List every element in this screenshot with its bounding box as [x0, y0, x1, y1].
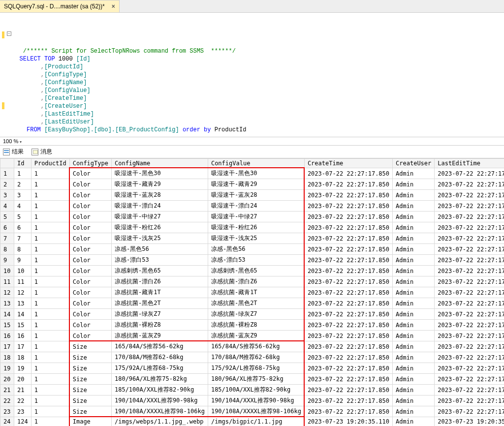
cell-lastedittime[interactable]: 2023-07-22 22:27:17.850: [435, 309, 504, 320]
cell-configvalue[interactable]: 吸湿速干-漂白24: [208, 201, 304, 212]
cell-createtime[interactable]: 2023-07-22 22:27:17.850: [304, 331, 392, 341]
row-number[interactable]: 19: [0, 363, 14, 374]
cell-lastedittime[interactable]: 2023-07-22 22:27:17.850: [435, 255, 504, 266]
table-row[interactable]: 12121Color凉感抗菌-藏青1T凉感抗菌-藏青1T2023-07-22 2…: [0, 287, 504, 298]
cell-createuser[interactable]: Admin: [393, 320, 435, 331]
table-row[interactable]: 10101Color凉感刺绣-黑色65凉感刺绣-黑色652023-07-22 2…: [0, 266, 504, 276]
cell-createtime[interactable]: 2023-07-22 22:27:17.850: [304, 266, 392, 276]
cell-configtype[interactable]: Size: [69, 385, 111, 396]
collapse-icon[interactable]: −: [7, 31, 11, 36]
cell-createuser[interactable]: Admin: [393, 168, 435, 179]
cell-id[interactable]: 3: [14, 190, 32, 201]
cell-configtype[interactable]: Color: [69, 287, 111, 298]
cell-configname[interactable]: /imgs/webps/1.1.jpg_.webp: [111, 417, 208, 426]
cell-createuser[interactable]: Admin: [393, 190, 435, 201]
cell-createuser[interactable]: Admin: [393, 233, 435, 244]
cell-createtime[interactable]: 2023-07-22 22:27:17.850: [304, 406, 392, 417]
cell-lastedittime[interactable]: 2023-07-22 22:27:17.850: [435, 276, 504, 287]
cell-productid[interactable]: 1: [31, 168, 69, 179]
cell-id[interactable]: 2: [14, 179, 32, 190]
cell-configvalue[interactable]: 180/96A/XL推荐75-82kg: [208, 374, 304, 385]
table-row[interactable]: 991Color凉感-漂白53凉感-漂白532023-07-22 22:27:1…: [0, 255, 504, 266]
cell-lastedittime[interactable]: 2023-07-22 22:27:17.850: [435, 266, 504, 276]
cell-configvalue[interactable]: 175/92A/L推荐68-75kg: [208, 363, 304, 374]
cell-configvalue[interactable]: 190/108A/XXXXL推荐98-106kg: [208, 406, 304, 417]
cell-id[interactable]: 22: [14, 396, 32, 406]
cell-createuser[interactable]: Admin: [393, 417, 435, 426]
cell-createtime[interactable]: 2023-07-22 22:27:17.850: [304, 255, 392, 266]
row-number[interactable]: 9: [0, 255, 14, 266]
cell-createtime[interactable]: 2023-07-22 22:27:17.850: [304, 374, 392, 385]
cell-configtype[interactable]: Color: [69, 320, 111, 331]
cell-createuser[interactable]: Admin: [393, 287, 435, 298]
table-row[interactable]: 13131Color凉感抗菌-黑色2T凉感抗菌-黑色2T2023-07-22 2…: [0, 298, 504, 309]
cell-configtype[interactable]: Color: [69, 266, 111, 276]
cell-createtime[interactable]: 2023-07-22 22:27:17.850: [304, 363, 392, 374]
cell-configvalue[interactable]: 170/88A/M推荐62-68kg: [208, 352, 304, 363]
cell-createtime[interactable]: 2023-07-22 22:27:17.850: [304, 179, 392, 190]
chevron-down-icon[interactable]: ▾: [20, 140, 22, 144]
cell-lastedittime[interactable]: 2023-07-22 22:27:17.850: [435, 406, 504, 417]
row-number[interactable]: 6: [0, 222, 14, 233]
cell-id[interactable]: 18: [14, 352, 32, 363]
cell-lastedittime[interactable]: 2023-07-22 22:27:17.850: [435, 179, 504, 190]
cell-createtime[interactable]: 2023-07-22 22:27:17.850: [304, 276, 392, 287]
cell-configvalue[interactable]: 凉感刺绣-黑色65: [208, 266, 304, 276]
cell-configvalue[interactable]: 凉感抗菌-藏青1T: [208, 287, 304, 298]
table-row[interactable]: 661Color吸湿速干-粉红26吸湿速干-粉红262023-07-22 22:…: [0, 222, 504, 233]
tab-messages[interactable]: 消息: [32, 148, 52, 156]
close-icon[interactable]: ×: [112, 3, 115, 10]
col-header-configtype[interactable]: ConfigType: [69, 159, 111, 168]
cell-configname[interactable]: 190/108A/XXXXL推荐98-106kg: [111, 406, 208, 417]
cell-createtime[interactable]: 2023-07-22 22:27:17.850: [304, 341, 392, 352]
cell-id[interactable]: 13: [14, 298, 32, 309]
row-number[interactable]: 18: [0, 352, 14, 363]
table-row[interactable]: 551Color吸湿速干-中绿27吸湿速干-中绿272023-07-22 22:…: [0, 212, 504, 222]
cell-configvalue[interactable]: /imgs/bigpic/1.1.jpg: [208, 417, 304, 426]
cell-createtime[interactable]: 2023-07-22 22:27:17.850: [304, 320, 392, 331]
cell-configname[interactable]: 凉感抗菌-黑色2T: [111, 298, 208, 309]
cell-createuser[interactable]: Admin: [393, 266, 435, 276]
cell-lastedittime[interactable]: 2023-07-22 22:27:17.850: [435, 287, 504, 298]
cell-createtime[interactable]: 2023-07-22 22:27:17.850: [304, 222, 392, 233]
row-number[interactable]: 20: [0, 374, 14, 385]
table-row[interactable]: 441Color吸湿速干-漂白24吸湿速干-漂白242023-07-22 22:…: [0, 201, 504, 212]
cell-createuser[interactable]: Admin: [393, 363, 435, 374]
cell-productid[interactable]: 1: [31, 417, 69, 426]
cell-productid[interactable]: 1: [31, 396, 69, 406]
cell-configtype[interactable]: Color: [69, 298, 111, 309]
cell-createuser[interactable]: Admin: [393, 222, 435, 233]
cell-createtime[interactable]: 2023-07-22 22:27:17.850: [304, 244, 392, 255]
row-number[interactable]: 17: [0, 341, 14, 352]
cell-configname[interactable]: 175/92A/L推荐68-75kg: [111, 363, 208, 374]
cell-id[interactable]: 16: [14, 331, 32, 341]
cell-productid[interactable]: 1: [31, 352, 69, 363]
cell-configvalue[interactable]: 190/104A/XXXL推荐90-98kg: [208, 396, 304, 406]
cell-id[interactable]: 4: [14, 201, 32, 212]
cell-configvalue[interactable]: 凉感抗菌-裸粉Z8: [208, 320, 304, 331]
cell-lastedittime[interactable]: 2023-07-22 22:27:17.850: [435, 233, 504, 244]
cell-createuser[interactable]: Admin: [393, 309, 435, 320]
sql-editor[interactable]: − /****** Script for SelectTopNRows comm…: [0, 13, 504, 137]
cell-configtype[interactable]: Color: [69, 309, 111, 320]
cell-id[interactable]: 23: [14, 406, 32, 417]
cell-lastedittime[interactable]: 2023-07-22 22:27:17.850: [435, 331, 504, 341]
cell-productid[interactable]: 1: [31, 255, 69, 266]
cell-id[interactable]: 20: [14, 374, 32, 385]
cell-productid[interactable]: 1: [31, 222, 69, 233]
cell-configtype[interactable]: Color: [69, 255, 111, 266]
cell-createtime[interactable]: 2023-07-22 22:27:17.850: [304, 168, 392, 179]
row-number[interactable]: 3: [0, 190, 14, 201]
cell-lastedittime[interactable]: 2023-07-22 22:27:17.850: [435, 244, 504, 255]
cell-productid[interactable]: 1: [31, 287, 69, 298]
cell-createuser[interactable]: Admin: [393, 298, 435, 309]
cell-configname[interactable]: 凉感-漂白53: [111, 255, 208, 266]
row-number[interactable]: 1: [0, 168, 14, 179]
cell-configname[interactable]: 180/96A/XL推荐75-82kg: [111, 374, 208, 385]
row-number[interactable]: 2: [0, 179, 14, 190]
cell-productid[interactable]: 1: [31, 309, 69, 320]
cell-configtype[interactable]: Color: [69, 201, 111, 212]
cell-configname[interactable]: 170/88A/M推荐62-68kg: [111, 352, 208, 363]
cell-id[interactable]: 12: [14, 287, 32, 298]
cell-createuser[interactable]: Admin: [393, 352, 435, 363]
